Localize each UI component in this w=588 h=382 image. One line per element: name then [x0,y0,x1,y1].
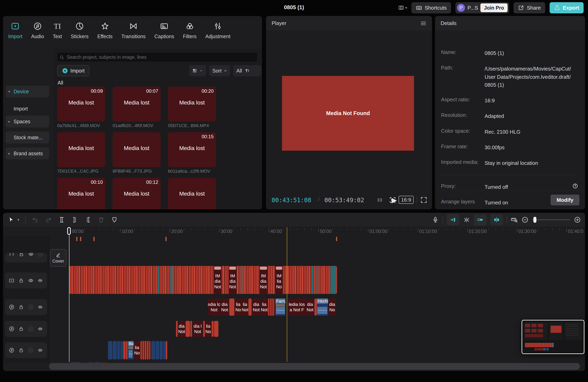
share-button[interactable]: Share [514,2,545,13]
minimap-navigator[interactable] [522,320,584,354]
clip-teal[interactable] [330,266,336,294]
sidebar-item-brand-assets[interactable]: ▸Brand assets [6,148,49,159]
tab-transitions[interactable]: Transitions [121,21,146,39]
clip-dark[interactable]: ledia losa Not F [288,299,306,316]
snap-to-playhead-toggle[interactable] [447,214,459,225]
clip-redstripe[interactable] [268,299,275,316]
tab-stickers[interactable]: Stickers [71,21,89,39]
zoom-slider-handle[interactable] [533,217,536,223]
aspect-ratio-button[interactable]: 16:9 [399,196,414,204]
clip-dark[interactable]: liaNo [205,321,211,337]
clip-bluelabel[interactable]: Bia [128,341,134,360]
tab-effects[interactable]: Effects [97,21,113,39]
media-tile[interactable]: Media lost [113,132,161,167]
export-button[interactable]: Export [550,2,584,13]
help-icon[interactable] [572,183,578,189]
clip-red[interactable] [176,321,178,337]
clip-red[interactable] [248,299,252,316]
timeline-ruler[interactable]: 00:0010:0020:0030:0040:0050:0001:00:0001… [49,227,585,236]
cover-button[interactable]: Cover [50,249,66,267]
clip-dark[interactable]: liaNo [235,299,242,316]
frame-view-icon[interactable] [377,197,383,203]
timeline-marker[interactable] [76,237,77,241]
clip-dark[interactable]: diaNo [328,299,336,316]
timeline-zoom-slider[interactable] [532,219,570,220]
playhead-line[interactable] [69,227,69,362]
select-tool-icon[interactable] [8,216,15,223]
clip-dark[interactable]: diaNot [252,299,260,316]
tab-adjustment[interactable]: Adjustment [205,21,231,39]
redo-icon[interactable] [45,216,52,223]
timeline-marker[interactable] [93,237,95,241]
clip-red[interactable] [186,321,190,337]
preview-zoom-icon[interactable] [389,196,396,204]
import-media-button[interactable]: Import [57,65,89,76]
join-pro-button[interactable]: Join Pro [480,3,508,12]
tab-audio[interactable]: Audio [31,21,44,39]
record-voiceover-icon[interactable] [432,216,439,223]
sort-button[interactable]: Sort [209,65,230,76]
undo-icon[interactable] [32,216,39,223]
clip-bluelabel[interactable]: Hechiz [317,299,328,316]
delete-right-icon[interactable] [84,216,92,223]
clip-blue[interactable] [113,341,117,360]
clip-blue[interactable] [151,341,155,360]
modify-button[interactable]: Modify [551,195,579,205]
clip-red[interactable] [123,341,126,360]
clip-dark[interactable]: liaNot [242,299,248,316]
sidebar-item-stock-mate-[interactable]: Stock mate... [6,132,49,143]
zoom-out-icon[interactable] [521,216,529,223]
clip-red[interactable] [229,299,234,316]
playhead-handle[interactable] [67,227,71,235]
delete-icon[interactable] [98,216,105,223]
clip-teal[interactable] [158,266,160,294]
timeline-marker[interactable] [336,237,337,241]
media-tile[interactable]: 00:10Media lost [57,178,105,209]
clip-blue[interactable] [163,341,165,360]
media-tile[interactable]: 00:09Media lost [57,87,105,121]
layout-view-button[interactable]: ▾ [398,4,407,11]
clip-dark[interactable]: liaNo [134,341,140,360]
clip-dark[interactable]: liaNot [261,299,268,316]
search-input[interactable] [57,53,257,61]
clip-dark[interactable]: diaNot [306,299,314,316]
clip-red[interactable] [315,299,317,316]
clip-dark[interactable]: IMdiaNot [214,266,222,294]
clip-teal[interactable] [316,266,318,294]
timeline-marker[interactable] [165,237,167,241]
preview-axis-toggle[interactable] [490,214,503,225]
avatar[interactable]: P [457,4,465,12]
sidebar-item-device[interactable]: ▾Device [6,86,49,97]
media-tile[interactable]: 00:20Media lost [168,87,216,121]
clip-blue[interactable] [108,341,112,360]
auto-snap-icon[interactable] [463,216,470,223]
tab-captions[interactable]: Captions [154,21,174,39]
media-tile[interactable]: Media lost [168,178,216,209]
clip-dark[interactable]: dia lNot [192,321,203,337]
clip-blue[interactable] [120,341,123,360]
clip-red[interactable] [126,341,127,360]
grid-view-button[interactable] [189,65,206,76]
clip-dark[interactable]: diaNot [220,299,229,316]
eye-icon[interactable] [28,253,34,257]
tab-import[interactable]: Import [8,21,22,39]
clip-dark[interactable]: edia loNot [208,299,220,316]
zoom-in-icon[interactable] [574,216,581,223]
tab-filters[interactable]: Filters [183,21,197,39]
media-tile[interactable]: 00:12Media lost [113,178,161,209]
media-tile[interactable]: 00:15Media lost [168,132,216,167]
clip-red[interactable] [211,321,214,337]
clip-red[interactable] [190,321,192,337]
delete-left-icon[interactable] [71,216,78,223]
split-icon[interactable] [58,216,65,223]
marker-icon[interactable] [111,216,118,223]
clip-dark[interactable]: IMliaNo [275,266,283,294]
media-tile[interactable]: 00:07Media lost [113,87,161,121]
clip-teal[interactable] [311,266,314,294]
clip-red[interactable] [203,321,205,337]
sidebar-item-spaces[interactable]: ▸Spaces [6,115,49,128]
player-menu-icon[interactable] [420,20,427,27]
shortcuts-button[interactable]: Shortcuts [411,2,451,13]
clip-teal[interactable] [241,266,242,294]
track-header-text[interactable]: TT [5,253,47,263]
